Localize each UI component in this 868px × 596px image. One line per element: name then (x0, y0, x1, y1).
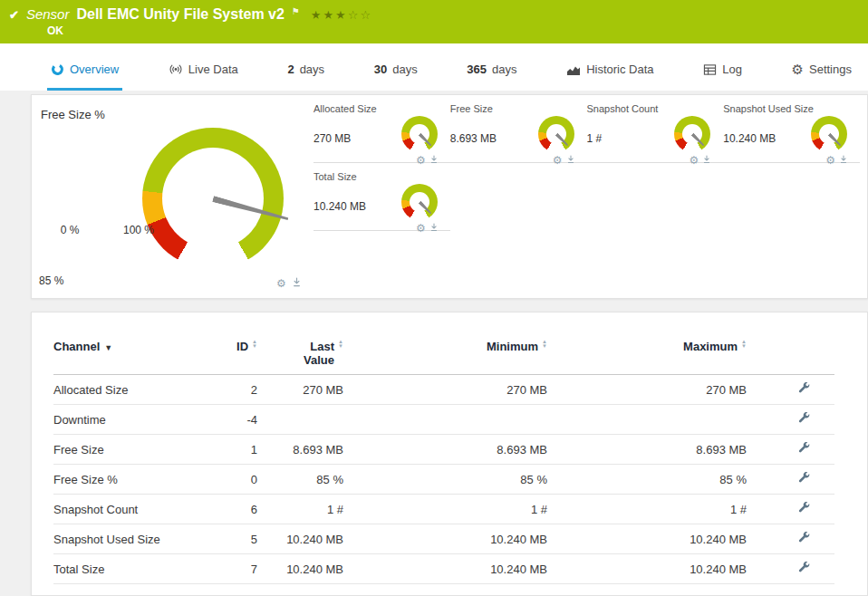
tab-log[interactable]: Log (699, 62, 746, 91)
cell-minimum: 270 MB (343, 383, 547, 397)
mini-gauge-tile-allocated-size: Allocated Size 270 MB ⚙ (313, 95, 450, 163)
channel-settings-wrench-icon[interactable] (798, 502, 811, 517)
cell-minimum: 1 # (343, 503, 547, 516)
table-row: Free Size % 0 85 % 85 % 85 % (53, 465, 834, 495)
cell-id: 6 (198, 503, 257, 516)
mini-gauges-grid: Allocated Size 270 MB ⚙ F (313, 95, 860, 231)
channel-settings-wrench-icon[interactable] (798, 562, 811, 577)
primary-channel-gauge-tile: Free Size % 0 % 100 % 85 % ⚙ (32, 95, 313, 298)
col-header-channel[interactable]: Channel▼ (53, 340, 198, 353)
mini-gauge (538, 116, 574, 152)
sensor-title: Dell EMC Unity File System v2 (76, 6, 284, 23)
mini-gauge (401, 116, 438, 152)
cell-last-value: 10.240 MB (257, 533, 343, 546)
mini-gauge-value: 8.693 MB (450, 132, 497, 145)
channel-settings-wrench-icon[interactable] (798, 412, 811, 428)
cell-last-value: 10.240 MB (257, 562, 343, 576)
gauge-hole (162, 148, 264, 249)
cell-maximum: 85 % (547, 473, 747, 486)
cell-maximum: 270 MB (547, 383, 747, 397)
channel-settings-wrench-icon[interactable] (798, 532, 811, 547)
cell-maximum: 1 # (547, 503, 747, 516)
col-header-id[interactable]: ID▲▼ (198, 340, 257, 353)
channel-table: Channel▼ ID▲▼ Last Value▲▼ Minimum▲▼ Max… (32, 312, 867, 584)
table-row: Free Size 1 8.693 MB 8.693 MB 8.693 MB (53, 435, 834, 465)
primary-gauge-value: 85 % (39, 274, 63, 287)
cell-channel: Snapshot Count (53, 503, 198, 516)
cell-channel: Free Size % (53, 473, 198, 486)
status-badge: OK (47, 24, 868, 37)
tab-settings[interactable]: ⚙ Settings (788, 62, 855, 91)
cell-last-value: 85 % (257, 473, 343, 486)
cell-id: 7 (198, 562, 257, 576)
gauge-pin-icon[interactable] (293, 276, 301, 290)
table-row: Allocated Size 2 270 MB 270 MB 270 MB (53, 375, 834, 405)
cell-channel: Total Size (53, 562, 198, 576)
col-header-maximum[interactable]: Maximum▲▼ (547, 340, 747, 353)
empty-tile (723, 163, 860, 231)
gauge-gear-icon[interactable]: ⚙ (416, 223, 426, 234)
cell-minimum: 10.240 MB (343, 533, 547, 546)
status-ok-check-icon: ✔ (9, 8, 19, 22)
tab-day-count: 2 (287, 62, 294, 76)
mini-gauge-tile-snapshot-used-size: Snapshot Used Size 10.240 MB ⚙ (723, 95, 860, 163)
tab-label: Live Data (188, 62, 238, 76)
cell-minimum: 85 % (343, 473, 547, 486)
mini-gauge (811, 116, 847, 152)
mini-gauge-value: 270 MB (313, 132, 351, 145)
priority-stars[interactable]: ★★★☆☆ (311, 8, 372, 22)
cell-id: 0 (198, 473, 257, 486)
cell-id: 1 (198, 443, 257, 457)
cell-id: -4 (198, 413, 257, 427)
table-row: Total Size 7 10.240 MB 10.240 MB 10.240 … (53, 554, 834, 584)
cell-minimum: 8.693 MB (343, 443, 547, 457)
gauge-min-label: 0 % (52, 224, 88, 236)
mini-gauge-label: Allocated Size (313, 103, 438, 114)
channel-settings-wrench-icon[interactable] (798, 472, 811, 487)
tab-365-days[interactable]: 365 days (463, 62, 520, 91)
sort-caret-down-icon: ▼ (104, 343, 112, 352)
cell-last-value: 1 # (257, 503, 343, 516)
mini-gauge-value: 1 # (587, 132, 603, 145)
header-label: Maximum (683, 340, 738, 353)
header-bar: ✔ Sensor Dell EMC Unity File System v2 ⚑… (0, 0, 868, 43)
mini-gauge-value: 10.240 MB (313, 200, 366, 213)
tab-live-data[interactable]: Live Data (165, 62, 242, 91)
col-header-minimum[interactable]: Minimum▲▼ (343, 340, 547, 353)
settings-gear-icon: ⚙ (792, 64, 804, 75)
mini-gauge (674, 116, 710, 152)
gauge-tile-actions: ⚙ (313, 221, 438, 235)
gauge-pin-icon[interactable] (430, 221, 438, 235)
object-kind-label: Sensor (26, 6, 70, 22)
channel-settings-wrench-icon[interactable] (798, 382, 811, 398)
table-header-row: Channel▼ ID▲▼ Last Value▲▼ Minimum▲▼ Max… (53, 340, 834, 375)
mini-gauge-label: Snapshot Count (587, 103, 711, 114)
col-header-last-value[interactable]: Last Value▲▼ (257, 340, 343, 367)
gauge-tile-actions: ⚙ (276, 276, 301, 290)
gauge-gear-icon[interactable]: ⚙ (276, 278, 286, 289)
tab-2-days[interactable]: 2 days (284, 62, 328, 91)
cell-channel: Free Size (53, 443, 198, 457)
header-label: Last Value (294, 340, 334, 367)
tab-30-days[interactable]: 30 days (371, 62, 421, 91)
cell-channel: Allocated Size (53, 383, 198, 397)
mini-gauge-tile-free-size: Free Size 8.693 MB ⚙ (450, 95, 587, 163)
sensor-overview-page: ✔ Sensor Dell EMC Unity File System v2 ⚑… (0, 0, 868, 596)
cell-last-value: 8.693 MB (257, 443, 343, 457)
cell-channel: Snapshot Used Size (53, 533, 198, 546)
header-title-row: ✔ Sensor Dell EMC Unity File System v2 ⚑… (0, 0, 868, 23)
gauges-panel: Free Size % 0 % 100 % 85 % ⚙ Allo (31, 94, 868, 299)
tab-label: Historic Data (586, 62, 653, 76)
channel-settings-wrench-icon[interactable] (798, 442, 811, 457)
tab-label: days (300, 62, 324, 76)
flag-icon[interactable]: ⚑ (292, 6, 300, 16)
cell-last-value: 270 MB (257, 383, 343, 397)
tab-overview[interactable]: Overview (47, 62, 122, 91)
cell-id: 2 (198, 383, 257, 397)
sort-icon: ▲▼ (741, 340, 747, 349)
mini-gauge-tile-total-size: Total Size 10.240 MB ⚙ (313, 163, 450, 231)
mini-gauge-value: 10.240 MB (723, 132, 776, 145)
header-label: Minimum (487, 340, 538, 353)
tab-historic-data[interactable]: Historic Data (563, 62, 657, 91)
tab-label: Overview (70, 62, 119, 76)
